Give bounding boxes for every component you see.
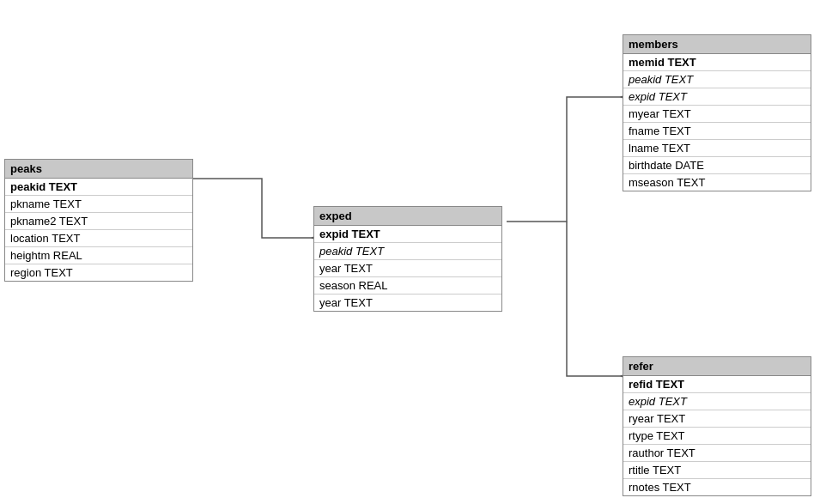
table-members-header: members xyxy=(623,35,811,54)
table-peaks-row-2: pkname2 TEXT xyxy=(5,213,192,230)
table-refer-row-1: expid TEXT xyxy=(623,393,811,410)
table-exped: exped expid TEXT peakid TEXT year TEXT s… xyxy=(313,206,502,312)
table-members-row-1: peakid TEXT xyxy=(623,71,811,88)
table-members-row-5: lname TEXT xyxy=(623,140,811,157)
table-exped-header: exped xyxy=(314,207,501,226)
table-exped-row-0: expid TEXT xyxy=(314,226,501,243)
table-peaks-row-5: region TEXT xyxy=(5,264,192,281)
table-exped-row-4: year TEXT xyxy=(314,295,501,311)
table-peaks-row-0: peakid TEXT xyxy=(5,179,192,196)
table-refer-header: refer xyxy=(623,357,811,376)
table-refer-row-2: ryear TEXT xyxy=(623,410,811,428)
table-members-row-3: myear TEXT xyxy=(623,106,811,123)
table-peaks-header: peaks xyxy=(5,160,192,179)
table-members-row-4: fname TEXT xyxy=(623,123,811,140)
diagram-container: peaks peakid TEXT pkname TEXT pkname2 TE… xyxy=(0,0,820,504)
connector-exped-refer xyxy=(567,222,625,376)
table-members-row-2: expid TEXT xyxy=(623,88,811,106)
table-members-row-7: mseason TEXT xyxy=(623,174,811,191)
connector-exped-members xyxy=(507,97,625,222)
table-refer-row-6: rnotes TEXT xyxy=(623,479,811,495)
table-members-row-6: birthdate DATE xyxy=(623,157,811,174)
table-exped-row-1: peakid TEXT xyxy=(314,243,501,260)
connector-peaks-exped xyxy=(193,179,316,238)
table-peaks-row-4: heightm REAL xyxy=(5,247,192,264)
table-refer-row-5: rtitle TEXT xyxy=(623,462,811,479)
table-peaks-row-3: location TEXT xyxy=(5,230,192,247)
table-peaks: peaks peakid TEXT pkname TEXT pkname2 TE… xyxy=(4,159,193,282)
table-peaks-row-1: pkname TEXT xyxy=(5,196,192,213)
table-refer-row-0: refid TEXT xyxy=(623,376,811,393)
table-members-row-0: memid TEXT xyxy=(623,54,811,71)
table-refer-row-3: rtype TEXT xyxy=(623,428,811,445)
table-refer-row-4: rauthor TEXT xyxy=(623,445,811,462)
table-exped-row-3: season REAL xyxy=(314,277,501,295)
table-members: members memid TEXT peakid TEXT expid TEX… xyxy=(623,34,811,191)
table-exped-row-2: year TEXT xyxy=(314,260,501,277)
table-refer: refer refid TEXT expid TEXT ryear TEXT r… xyxy=(623,356,811,496)
